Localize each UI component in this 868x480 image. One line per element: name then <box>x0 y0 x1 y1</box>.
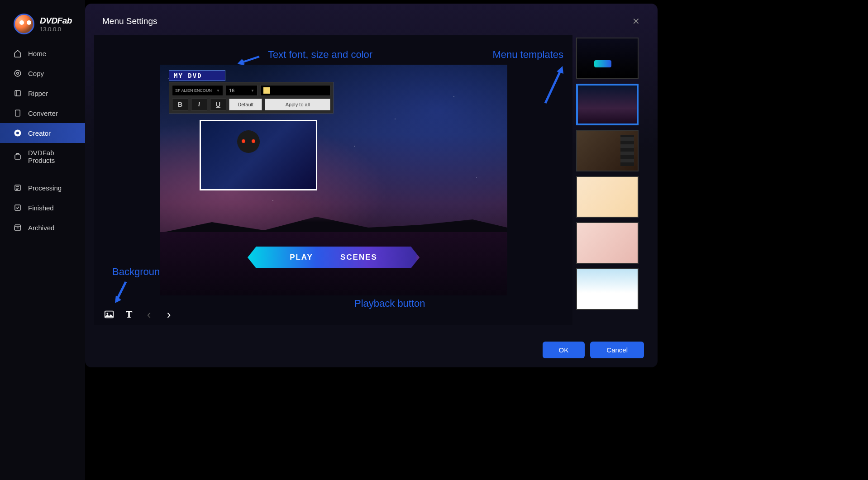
preview-area: Text font, size and color Menu templates… <box>94 35 572 325</box>
text-toolbar: SF ALIEN ENCOUN ▼ 16 ▼ <box>169 82 334 114</box>
bold-button[interactable]: B <box>172 99 188 110</box>
font-size-select[interactable]: 16 ▼ <box>226 85 258 96</box>
scenes-button[interactable]: SCENES <box>340 253 377 262</box>
template-galaxy[interactable] <box>576 84 639 125</box>
sidebar-item-processing[interactable]: Processing <box>0 178 85 198</box>
sidebar-item-copy[interactable]: Copy <box>0 63 85 83</box>
avatar[interactable] <box>14 14 34 34</box>
chevron-left-icon: ‹ <box>147 308 151 322</box>
template-film-reel[interactable] <box>576 130 639 171</box>
cancel-button[interactable]: Cancel <box>590 342 644 358</box>
annotation-text-tools: Text font, size and color <box>268 49 372 61</box>
sidebar-item-label: DVDFab Products <box>28 149 76 164</box>
svg-rect-2 <box>15 90 20 96</box>
background-image-button[interactable] <box>104 309 114 319</box>
dvd-title-text[interactable]: MY DVD <box>169 70 225 81</box>
arrow-icon <box>541 62 568 108</box>
processing-icon <box>14 184 22 192</box>
svg-rect-8 <box>15 205 20 210</box>
sidebar-item-label: Finished <box>28 204 54 212</box>
brand-name: DVDFab <box>40 16 72 26</box>
image-icon <box>104 309 114 319</box>
products-icon <box>14 152 22 161</box>
dialog-header: Menu Settings ✕ <box>85 4 658 35</box>
archived-icon <box>14 223 22 232</box>
svg-point-1 <box>17 72 19 75</box>
sidebar-item-products[interactable]: DVDFab Products <box>0 143 85 170</box>
main-area: Menu Settings ✕ Text font, size and colo… <box>85 0 868 480</box>
video-thumbnail[interactable] <box>200 120 317 190</box>
next-page-button[interactable]: › <box>164 309 174 319</box>
sidebar-item-label: Archived <box>28 224 54 232</box>
text-tool-button[interactable]: T <box>124 309 134 319</box>
template-wedding[interactable] <box>576 222 639 264</box>
templates-panel[interactable] <box>576 35 649 325</box>
sidebar-item-ripper[interactable]: Ripper <box>0 83 85 103</box>
sidebar-item-label: Creator <box>28 129 51 137</box>
svg-point-5 <box>16 132 19 134</box>
sidebar: DVDFab 13.0.0.0 Home Copy Ripper Convert… <box>0 0 85 480</box>
dialog-body: Text font, size and color Menu templates… <box>85 35 658 325</box>
dialog-footer: OK Cancel <box>543 342 644 358</box>
sidebar-item-converter[interactable]: Converter <box>0 103 85 123</box>
home-icon <box>14 49 22 57</box>
sidebar-item-label: Home <box>28 50 46 57</box>
default-button[interactable]: Default <box>229 99 262 110</box>
font-name-value: SF ALIEN ENCOUN <box>175 88 212 93</box>
color-swatch <box>263 87 270 94</box>
annotation-templates: Menu templates <box>492 49 563 61</box>
menu-settings-dialog: Menu Settings ✕ Text font, size and colo… <box>85 4 658 367</box>
finished-icon <box>14 204 22 212</box>
sidebar-item-label: Converter <box>28 109 58 117</box>
font-family-select[interactable]: SF ALIEN ENCOUN ▼ <box>172 85 223 96</box>
italic-button[interactable]: I <box>191 99 207 110</box>
copy-icon <box>14 69 22 77</box>
sidebar-item-archived[interactable]: Archived <box>0 218 85 238</box>
version-label: 13.0.0.0 <box>40 26 72 33</box>
annotation-playback: Playback button <box>354 298 425 309</box>
font-size-value: 16 <box>229 88 234 93</box>
prev-page-button[interactable]: ‹ <box>144 309 154 319</box>
converter-icon <box>14 109 22 117</box>
ripper-icon <box>14 89 22 97</box>
font-color-picker[interactable] <box>260 85 330 96</box>
creator-icon <box>14 129 22 137</box>
sidebar-item-finished[interactable]: Finished <box>0 198 85 218</box>
bottom-toolbar: T ‹ › <box>104 309 174 319</box>
sidebar-item-label: Copy <box>28 70 44 77</box>
ok-button[interactable]: OK <box>543 342 585 358</box>
apply-to-all-button[interactable]: Apply to all <box>265 99 330 110</box>
dialog-title: Menu Settings <box>102 16 157 26</box>
menu-canvas[interactable]: MY DVD SF ALIEN ENCOUN ▼ 16 ▼ <box>160 65 507 295</box>
sidebar-item-label: Ripper <box>28 90 48 97</box>
sidebar-item-creator[interactable]: Creator <box>0 123 85 143</box>
sidebar-item-label: Processing <box>28 184 62 192</box>
underline-button[interactable]: U <box>210 99 226 110</box>
sidebar-item-home[interactable]: Home <box>0 43 85 63</box>
svg-point-0 <box>14 70 21 76</box>
svg-rect-3 <box>15 110 20 116</box>
chevron-down-icon: ▼ <box>251 89 254 93</box>
chevron-right-icon: › <box>167 308 171 322</box>
text-icon: T <box>126 309 133 320</box>
play-button[interactable]: PLAY <box>290 253 313 262</box>
chevron-down-icon: ▼ <box>216 89 220 93</box>
template-kids[interactable] <box>576 268 639 310</box>
svg-point-11 <box>107 313 109 314</box>
svg-rect-6 <box>15 155 20 159</box>
close-button[interactable]: ✕ <box>631 17 640 26</box>
playback-bar: PLAY SCENES <box>248 247 420 268</box>
sidebar-header: DVDFab 13.0.0.0 <box>0 14 85 43</box>
thumbnail-figure <box>228 130 269 185</box>
arrow-icon <box>112 280 130 307</box>
template-dark-neon[interactable] <box>576 38 639 79</box>
divider <box>14 174 72 174</box>
template-birthday[interactable] <box>576 176 639 218</box>
